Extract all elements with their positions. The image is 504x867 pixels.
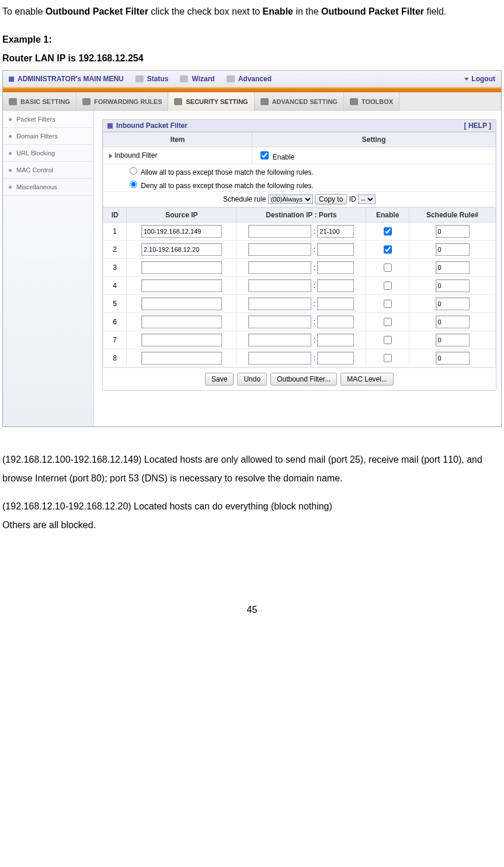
schedule-rule-input[interactable]: [436, 334, 470, 346]
tab-advanced-setting[interactable]: ADVANCED SETTING: [255, 92, 344, 111]
rule-enable-checkbox[interactable]: [384, 300, 392, 308]
bullet-icon: [9, 135, 12, 138]
copy-id-label: ID: [349, 195, 356, 203]
schedule-rule-input[interactable]: [436, 315, 470, 328]
schedule-rule-input[interactable]: [436, 261, 470, 274]
radio-allow[interactable]: [130, 167, 137, 175]
rule-id: 1: [103, 223, 127, 241]
nav-status[interactable]: Status: [130, 71, 175, 87]
inbound-filter-label: Inbound Filter: [114, 151, 157, 159]
panel-title: Inbound Packet Filter: [116, 122, 187, 130]
rule-enable-checkbox[interactable]: [384, 354, 392, 362]
dest-ip-input[interactable]: [248, 279, 311, 292]
dest-ip-input[interactable]: [248, 352, 311, 365]
advanced-setting-icon: [260, 98, 269, 105]
source-ip-input[interactable]: [141, 352, 222, 365]
th-source-ip: Source IP: [127, 208, 237, 223]
forwarding-icon: [82, 98, 91, 105]
dest-ip-input[interactable]: [248, 225, 311, 238]
tab-basic-setting[interactable]: BASIC SETTING: [3, 92, 77, 111]
sidebar-item-label: Domain Filters: [16, 133, 58, 140]
toolbox-icon: [350, 98, 358, 105]
enable-label: Enable: [273, 153, 294, 161]
wizard-icon: [180, 75, 188, 82]
source-ip-input[interactable]: [141, 334, 222, 346]
top-nav: ADMINISTRATOR's MAIN MENU Status Wizard …: [3, 71, 501, 87]
outbound-filter-button[interactable]: Outbound Filter...: [270, 373, 337, 386]
nav-logout-label: Logout: [471, 75, 495, 83]
ports-input[interactable]: [317, 261, 354, 274]
rule-enable-checkbox[interactable]: [384, 318, 392, 326]
dest-ip-input[interactable]: [248, 243, 311, 256]
dest-ip-input[interactable]: [248, 261, 311, 274]
mac-level-button[interactable]: MAC Level...: [340, 373, 394, 386]
table-row: 5 :: [103, 295, 496, 313]
copy-id-select[interactable]: --: [358, 195, 376, 204]
source-ip-input[interactable]: [141, 261, 222, 274]
copy-to-button[interactable]: Copy to: [315, 194, 347, 204]
tab-security-setting[interactable]: SECURITY SETTING: [168, 92, 254, 111]
sidebar-item-miscellaneous[interactable]: Miscellaneous: [3, 179, 93, 196]
source-ip-input[interactable]: [141, 279, 222, 292]
schedule-rule-input[interactable]: [436, 225, 470, 238]
radio-deny[interactable]: [130, 181, 137, 188]
tab-security-label: SECURITY SETTING: [186, 98, 248, 105]
dest-ip-input[interactable]: [248, 297, 311, 310]
intro-bold3: Outbound Packet Filter: [321, 6, 424, 16]
schedule-rule-input[interactable]: [436, 279, 470, 292]
ports-input[interactable]: [317, 334, 354, 346]
dest-ip-input[interactable]: [248, 334, 311, 346]
intro-text: To enable Outbound Packet Filter click t…: [2, 2, 502, 21]
sidebar-item-label: MAC Control: [16, 167, 53, 174]
source-ip-input[interactable]: [141, 315, 222, 328]
enable-checkbox[interactable]: [260, 151, 269, 159]
menu-icon: [9, 77, 14, 82]
ports-input[interactable]: [317, 352, 354, 365]
sidebar-item-domain-filters[interactable]: Domain Filters: [3, 128, 93, 145]
rule-id: 8: [103, 349, 127, 367]
rule-enable-checkbox[interactable]: [384, 282, 392, 290]
nav-wizard[interactable]: Wizard: [174, 71, 220, 87]
rule-id: 4: [103, 277, 127, 295]
ports-input[interactable]: [317, 315, 354, 328]
rule-id: 7: [103, 331, 127, 349]
schedule-rule-input[interactable]: [436, 243, 470, 256]
logout-caret-icon: [464, 78, 469, 81]
ports-input[interactable]: [317, 297, 354, 310]
sidebar-item-packet-filters[interactable]: Packet Filters: [3, 111, 93, 128]
source-ip-input[interactable]: [141, 225, 222, 238]
rule-enable-checkbox[interactable]: [384, 227, 392, 235]
colon-separator: :: [311, 300, 317, 308]
tab-forwarding-rules[interactable]: FORWARDING RULES: [77, 92, 169, 111]
schedule-rule-select[interactable]: (00)Always: [268, 195, 313, 204]
sidebar-item-mac-control[interactable]: MAC Control: [3, 162, 93, 179]
undo-button[interactable]: Undo: [237, 373, 267, 386]
schedule-rule-input[interactable]: [436, 297, 470, 310]
source-ip-input[interactable]: [141, 243, 222, 256]
ports-input[interactable]: [317, 279, 354, 292]
content-area: Inbound Packet Filter [ HELP ] Item Sett…: [94, 111, 501, 426]
nav-logout[interactable]: Logout: [458, 71, 501, 87]
rule-enable-checkbox[interactable]: [384, 263, 392, 272]
intro-mid2: in the: [293, 6, 321, 16]
rule-enable-checkbox[interactable]: [384, 336, 392, 344]
page-number: 45: [2, 605, 502, 618]
rule-id: 3: [103, 259, 127, 277]
help-link[interactable]: [ HELP ]: [464, 122, 491, 130]
save-button[interactable]: Save: [205, 373, 234, 386]
advanced-icon: [227, 75, 235, 82]
source-ip-input[interactable]: [141, 297, 222, 310]
nav-advanced[interactable]: Advanced: [221, 71, 277, 87]
bullet-icon: [9, 152, 12, 155]
rule-enable-checkbox[interactable]: [384, 245, 392, 254]
schedule-rule-input[interactable]: [436, 352, 470, 365]
nav-wizard-label: Wizard: [192, 75, 214, 83]
tab-toolbox-label: TOOLBOX: [362, 98, 393, 105]
table-row: 4 :: [103, 277, 496, 295]
ports-input[interactable]: [317, 225, 354, 238]
th-enable: Enable: [366, 208, 409, 223]
ports-input[interactable]: [317, 243, 354, 256]
tab-toolbox[interactable]: TOOLBOX: [344, 92, 399, 111]
sidebar-item-url-blocking[interactable]: URL Blocking: [3, 145, 93, 162]
dest-ip-input[interactable]: [248, 315, 311, 328]
